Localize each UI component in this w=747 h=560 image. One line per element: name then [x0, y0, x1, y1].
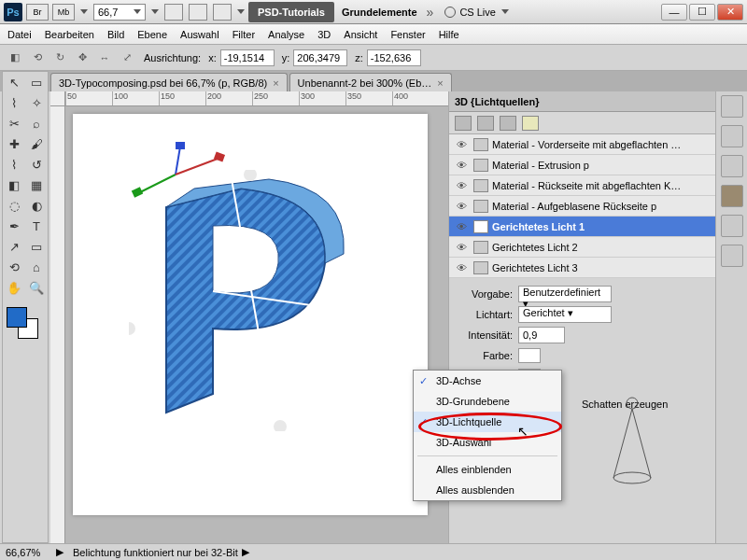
filter-lights-icon[interactable] [522, 116, 539, 131]
eye-icon[interactable]: 👁 [453, 262, 470, 273]
menu-3d[interactable]: 3D [317, 29, 331, 40]
dock-paths-icon[interactable] [721, 245, 743, 267]
doc-tab-2[interactable]: Unbenannt-2 bei 300% (Eb…× [289, 73, 452, 91]
eye-icon[interactable]: 👁 [453, 180, 470, 191]
menu-fenster[interactable]: Fenster [390, 29, 425, 40]
crop-tool[interactable]: ✂ [3, 113, 25, 133]
dock-layers-icon[interactable] [721, 155, 743, 177]
dock-swatches-icon[interactable] [721, 95, 743, 118]
tool-preset-icon[interactable]: ◧ [6, 49, 24, 67]
list-item[interactable]: 👁Material - Aufgeblasene Rückseite p [449, 196, 715, 217]
menu-datei[interactable]: Datei [7, 29, 32, 40]
eye-icon[interactable]: 👁 [453, 242, 470, 253]
menu-auswahl[interactable]: Auswahl [180, 29, 219, 40]
color-swatches[interactable] [3, 307, 48, 344]
menu-alles-einblenden[interactable]: Alles einblenden [414, 459, 561, 480]
status-zoom[interactable]: 66,67% [6, 547, 56, 558]
heal-tool[interactable]: ✚ [3, 133, 25, 154]
view-button-2[interactable] [189, 4, 207, 21]
eyedropper-tool[interactable]: ⌕ [25, 113, 48, 133]
filter-meshes-icon[interactable] [477, 116, 494, 131]
menu-filter[interactable]: Filter [233, 29, 255, 40]
bridge-button[interactable]: Br [26, 4, 49, 21]
menu-ebene[interactable]: Ebene [137, 29, 167, 40]
history-brush-tool[interactable]: ↺ [25, 154, 48, 175]
close-icon[interactable]: × [273, 77, 278, 89]
pan-icon[interactable]: ✥ [73, 49, 92, 67]
pen-tool[interactable]: ✒ [3, 216, 25, 236]
filter-scene-icon[interactable] [455, 116, 472, 131]
list-item[interactable]: 👁Gerichtetes Licht 3 [449, 258, 715, 278]
lasso-tool[interactable]: ⌇ [3, 92, 25, 113]
workspace-tab[interactable]: PSD-Tutorials [248, 2, 334, 22]
eye-icon[interactable]: 👁 [453, 139, 470, 150]
menu-bild[interactable]: Bild [107, 29, 124, 40]
intensitat-input[interactable] [518, 327, 565, 343]
status-arrow-icon[interactable]: ▶ [242, 546, 249, 558]
list-item[interactable]: 👁Gerichtetes Licht 1 [449, 217, 715, 237]
3d-camera-tool[interactable]: ⌂ [25, 257, 48, 277]
hand-tool[interactable]: ✋ [3, 277, 25, 298]
chevron-down-icon[interactable] [237, 9, 245, 14]
view-button-1[interactable] [164, 4, 183, 21]
menu-bearbeiten[interactable]: Bearbeiten [45, 29, 94, 40]
screen-mode-button[interactable] [213, 4, 232, 21]
chevron-down-icon[interactable] [80, 9, 88, 14]
dodge-tool[interactable]: ◐ [25, 195, 48, 216]
shape-tool[interactable]: ▭ [25, 236, 48, 257]
slide-icon[interactable]: ↔ [95, 49, 114, 67]
vorgabe-select[interactable]: Benutzerdefiniert ▾ [518, 286, 612, 302]
path-tool[interactable]: ↗ [3, 236, 25, 257]
chevron-right-icon[interactable]: » [427, 5, 434, 20]
blur-tool[interactable]: ◌ [3, 195, 25, 216]
status-arrow-icon[interactable]: ▶ [56, 546, 63, 558]
menu-hilfe[interactable]: Hilfe [439, 29, 459, 40]
stamp-tool[interactable]: ⌇ [3, 154, 25, 175]
scale-icon[interactable]: ⤢ [118, 49, 136, 67]
menu-alles-ausblenden[interactable]: Alles ausblenden [414, 480, 561, 500]
dock-channels-icon[interactable] [721, 215, 743, 237]
eraser-tool[interactable]: ◧ [3, 175, 25, 195]
list-item[interactable]: 👁Material - Vorderseite mit abgeflachten… [449, 134, 715, 155]
move-tool[interactable]: ↖ [3, 72, 25, 92]
eye-icon[interactable]: 👁 [453, 221, 470, 232]
list-item[interactable]: 👁Material - Extrusion p [449, 155, 715, 175]
cs-live[interactable]: CS Live [444, 7, 509, 18]
close-button[interactable]: ✕ [717, 4, 743, 21]
y-input[interactable] [293, 49, 347, 66]
3d-rotate-tool[interactable]: ⟲ [3, 257, 25, 277]
eye-icon[interactable]: 👁 [453, 160, 470, 171]
type-tool[interactable]: T [25, 216, 48, 236]
fg-color[interactable] [7, 307, 27, 328]
menu-3d-auswahl[interactable]: 3D-Auswahl [414, 432, 561, 453]
3d-letter-p[interactable] [129, 170, 372, 431]
filter-materials-icon[interactable] [500, 116, 516, 131]
zoom-field[interactable]: 66,7 [93, 4, 146, 21]
canvas-area[interactable]: 50100150200250300350400 [50, 91, 448, 543]
document-canvas[interactable] [73, 114, 428, 515]
color-swatch[interactable] [518, 348, 541, 363]
menu-3d-lichtquelle[interactable]: ✓3D-Lichtquelle [414, 412, 561, 432]
z-input[interactable] [367, 49, 421, 66]
minibridge-button[interactable]: Mb [52, 4, 75, 21]
minimize-button[interactable]: — [661, 4, 687, 21]
gradient-tool[interactable]: ▦ [25, 175, 48, 195]
roll-icon[interactable]: ↻ [50, 49, 69, 67]
menu-3d-achse[interactable]: ✓3D-Achse [414, 371, 561, 391]
marquee-tool[interactable]: ▭ [25, 72, 48, 92]
rotate-icon[interactable]: ⟲ [28, 49, 47, 67]
close-icon[interactable]: × [437, 77, 443, 89]
doc-tab-1[interactable]: 3D-Typocomposing.psd bei 66,7% (p, RGB/8… [50, 73, 288, 91]
panel-tab-3d[interactable]: 3D {Lichtquellen} [449, 91, 715, 112]
eye-icon[interactable]: 👁 [453, 201, 470, 212]
x-input[interactable] [220, 49, 275, 66]
menu-ansicht[interactable]: Ansicht [344, 29, 377, 40]
lichtart-select[interactable]: Gerichtet ▾ [518, 306, 612, 323]
dock-3d-icon[interactable] [721, 185, 743, 207]
list-item[interactable]: 👁Material - Rückseite mit abgeflachten K… [449, 175, 715, 196]
wand-tool[interactable]: ✧ [25, 92, 48, 113]
brush-tool[interactable]: 🖌 [25, 133, 48, 154]
menu-3d-grundebene[interactable]: 3D-Grundebene [414, 391, 561, 412]
zoom-tool[interactable]: 🔍 [25, 277, 48, 298]
dock-adjustments-icon[interactable] [721, 125, 743, 147]
